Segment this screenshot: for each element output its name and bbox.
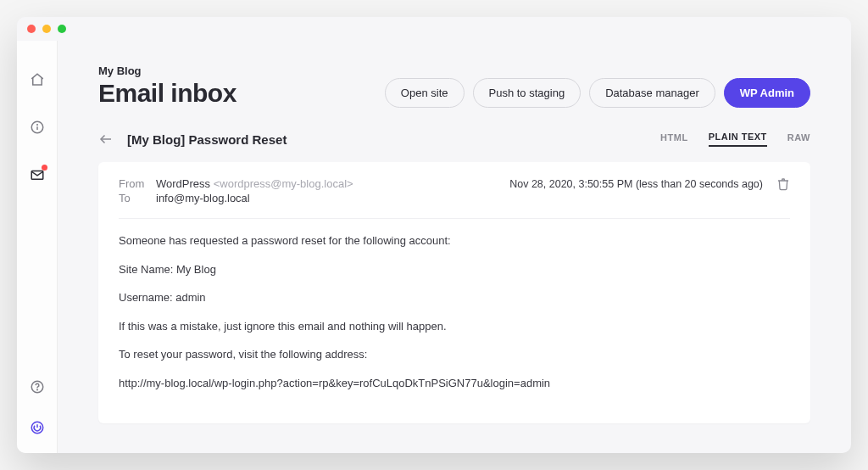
svg-point-5 <box>36 389 37 390</box>
from-name: WordPress <box>156 177 210 190</box>
power-icon[interactable] <box>29 419 46 436</box>
body-line: To reset your password, visit the follow… <box>119 346 790 363</box>
app-body: My Blog Email inbox Open site Push to st… <box>17 41 851 453</box>
home-icon[interactable] <box>29 71 46 88</box>
open-site-button[interactable]: Open site <box>385 78 465 108</box>
svg-point-2 <box>36 125 37 126</box>
email-body: Someone has requested a password reset f… <box>119 232 790 391</box>
view-tabs: HTML PLAIN TEXT RAW <box>660 131 810 147</box>
window-titlebar <box>17 17 851 41</box>
notification-badge <box>42 165 47 171</box>
window-maximize-button[interactable] <box>58 25 66 33</box>
body-line: Site Name: My Blog <box>119 261 790 278</box>
to-label: To <box>119 192 149 204</box>
body-line: If this was a mistake, just ignore this … <box>119 318 790 335</box>
email-meta-right: Nov 28, 2020, 3:50:55 PM (less than 20 s… <box>509 177 790 191</box>
body-line: Someone has requested a password reset f… <box>119 232 790 249</box>
tab-plain-text[interactable]: PLAIN TEXT <box>709 131 767 147</box>
header-titles: My Blog Email inbox <box>98 64 236 108</box>
window-minimize-button[interactable] <box>42 25 51 33</box>
from-row: From WordPress <wordpress@my-blog.local> <box>119 177 353 190</box>
trash-icon[interactable] <box>776 177 790 191</box>
email-subject: [My Blog] Password Reset <box>127 132 287 147</box>
sidebar <box>17 41 58 453</box>
app-window: My Blog Email inbox Open site Push to st… <box>17 17 851 453</box>
page-header: My Blog Email inbox Open site Push to st… <box>98 64 810 108</box>
email-meta-left: From WordPress <wordpress@my-blog.local>… <box>119 177 353 206</box>
email-subheader: [My Blog] Password Reset HTML PLAIN TEXT… <box>98 131 810 147</box>
mail-icon[interactable] <box>29 166 46 183</box>
push-to-staging-button[interactable]: Push to staging <box>473 78 581 108</box>
tab-html[interactable]: HTML <box>660 132 688 146</box>
body-line: Username: admin <box>119 289 790 306</box>
subheader-left: [My Blog] Password Reset <box>98 131 287 147</box>
main-content: My Blog Email inbox Open site Push to st… <box>58 41 851 453</box>
email-card: From WordPress <wordpress@my-blog.local>… <box>98 162 810 423</box>
from-email: <wordpress@my-blog.local> <box>214 177 353 190</box>
from-label: From <box>119 177 149 190</box>
wp-admin-button[interactable]: WP Admin <box>724 78 810 108</box>
site-name: My Blog <box>98 64 236 77</box>
back-arrow-icon[interactable] <box>98 131 114 147</box>
page-title: Email inbox <box>98 79 236 108</box>
email-meta: From WordPress <wordpress@my-blog.local>… <box>119 177 790 219</box>
window-close-button[interactable] <box>27 25 36 33</box>
info-icon[interactable] <box>29 119 46 136</box>
body-line: http://my-blog.local/wp-login.php?action… <box>119 375 790 392</box>
email-timestamp: Nov 28, 2020, 3:50:55 PM (less than 20 s… <box>509 178 763 190</box>
database-manager-button[interactable]: Database manager <box>589 78 715 108</box>
help-icon[interactable] <box>29 378 46 395</box>
tab-raw[interactable]: RAW <box>787 132 810 146</box>
to-row: To info@my-blog.local <box>119 192 353 204</box>
header-actions: Open site Push to staging Database manag… <box>385 78 810 108</box>
to-email: info@my-blog.local <box>156 192 250 204</box>
